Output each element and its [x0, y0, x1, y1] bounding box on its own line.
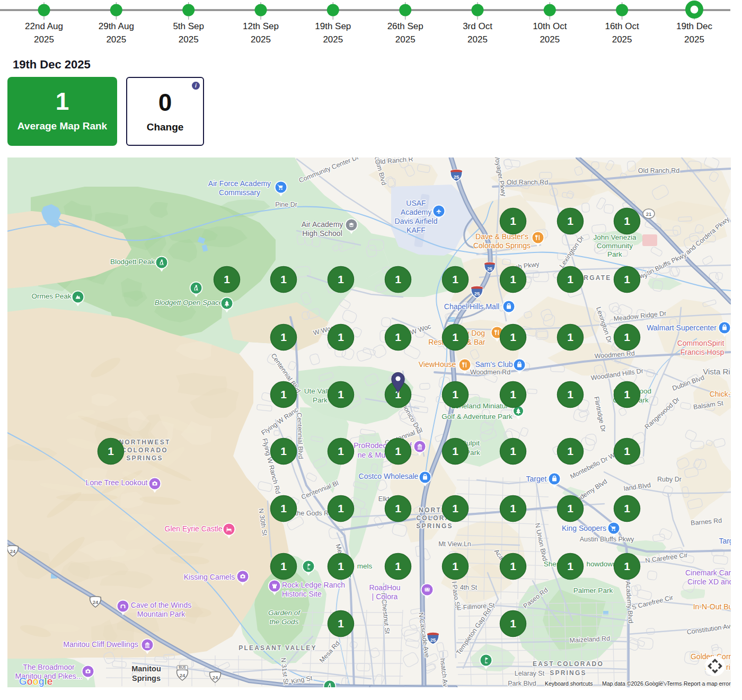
svg-text:mels: mels: [357, 562, 373, 570]
svg-text:1: 1: [108, 445, 114, 457]
svg-text:1: 1: [395, 445, 401, 457]
svg-text:1: 1: [624, 560, 630, 572]
svg-text:CommonSpirit: CommonSpirit: [677, 339, 725, 347]
svg-text:Golf & Adventure Park: Golf & Adventure Park: [441, 413, 513, 421]
svg-text:Rock Ledge Ranch: Rock Ledge Ranch: [282, 581, 345, 589]
svg-text:Palmer Park: Palmer Park: [573, 587, 613, 594]
svg-text:Air Academy: Air Academy: [302, 220, 343, 229]
svg-text:Air Force Academy: Air Force Academy: [208, 179, 271, 188]
svg-text:USAF: USAF: [406, 199, 426, 207]
svg-text:Francis Hosp: Francis Hosp: [681, 348, 725, 356]
svg-text:1: 1: [452, 445, 458, 457]
svg-text:Mountain Park: Mountain Park: [137, 610, 186, 618]
svg-text:1: 1: [280, 445, 287, 457]
svg-text:Old Ranch Rd: Old Ranch Rd: [507, 179, 549, 186]
svg-text:16th Oct: 16th Oct: [605, 21, 639, 31]
svg-text:Old Ranch Rd: Old Ranch Rd: [638, 167, 680, 174]
svg-text:24: 24: [10, 548, 16, 554]
svg-text:l: l: [45, 676, 47, 687]
svg-text:Circle XD and I: Circle XD and I: [687, 578, 731, 586]
svg-text:Lelaray St: Lelaray St: [515, 670, 545, 677]
svg-text:1: 1: [567, 273, 573, 285]
svg-text:25: 25: [430, 637, 436, 643]
svg-text:4th St: 4th St: [460, 584, 478, 591]
svg-text:1: 1: [624, 502, 630, 514]
svg-text:ViewHouse: ViewHouse: [419, 360, 456, 369]
svg-text:5th Sep: 5th Sep: [173, 21, 204, 31]
svg-text:Keyboard shortcuts: Keyboard shortcuts: [545, 680, 593, 687]
svg-text:1: 1: [224, 273, 230, 285]
svg-text:22nd Aug: 22nd Aug: [25, 21, 63, 31]
svg-text:In-N-Out Bu: In-N-Out Bu: [693, 602, 731, 611]
svg-text:SPRINGS: SPRINGS: [416, 522, 453, 530]
svg-text:2025: 2025: [106, 34, 126, 45]
svg-text:1: 1: [510, 617, 516, 629]
svg-text:24: 24: [213, 675, 218, 680]
svg-text:1: 1: [624, 331, 630, 343]
svg-text:Glen Eyrie Castle: Glen Eyrie Castle: [165, 524, 223, 533]
svg-text:10th Oct: 10th Oct: [533, 21, 567, 31]
svg-text:King Soopers: King Soopers: [562, 524, 606, 532]
svg-text:Chick-fi: Chick-fi: [710, 390, 731, 398]
svg-text:Terms: Terms: [667, 680, 682, 687]
svg-text:the Gods: the Gods: [270, 618, 299, 626]
svg-text:24: 24: [180, 672, 186, 678]
svg-text:Mt View Ln: Mt View Ln: [438, 540, 471, 548]
svg-text:2025: 2025: [323, 34, 343, 45]
svg-text:Target: Target: [526, 475, 547, 483]
svg-text:1: 1: [510, 445, 516, 457]
svg-text:25: 25: [454, 174, 460, 180]
svg-text:Colorado Springs: Colorado Springs: [473, 241, 531, 250]
svg-text:howdown: howdown: [586, 560, 616, 568]
svg-text:1: 1: [452, 388, 458, 400]
svg-text:ri: ri: [726, 663, 730, 671]
svg-text:1: 1: [624, 215, 630, 227]
svg-text:1: 1: [338, 617, 344, 629]
svg-text:Cave of the Winds: Cave of the Winds: [131, 601, 191, 609]
svg-text:Vista Ri: Vista Ri: [703, 367, 730, 376]
svg-text:19th Dec: 19th Dec: [676, 21, 713, 31]
svg-text:KAFF: KAFF: [407, 226, 426, 234]
svg-text:Targ: Targ: [719, 537, 731, 545]
svg-text:Austin Bluffs Pkwy: Austin Bluffs Pkwy: [580, 536, 634, 543]
svg-text:12th Sep: 12th Sep: [243, 21, 279, 31]
svg-text:Walmart Supercenter: Walmart Supercenter: [647, 323, 717, 332]
svg-text:Report a map error: Report a map error: [684, 680, 731, 687]
svg-text:1: 1: [452, 273, 458, 285]
svg-text:1: 1: [510, 215, 516, 227]
svg-text:1: 1: [280, 273, 287, 285]
svg-text:Pine Dr: Pine Dr: [275, 201, 297, 208]
svg-text:1: 1: [567, 331, 573, 343]
svg-text:Dave & Buster's: Dave & Buster's: [475, 232, 528, 241]
svg-text:1: 1: [567, 560, 573, 572]
svg-text:BUS: BUS: [179, 666, 186, 669]
svg-text:Sam's Club: Sam's Club: [475, 360, 513, 369]
svg-text:1: 1: [510, 273, 516, 285]
svg-text:1: 1: [338, 560, 344, 572]
svg-text:Commissary: Commissary: [219, 188, 260, 197]
svg-text:2025: 2025: [179, 34, 199, 45]
svg-text:2025: 2025: [467, 34, 488, 45]
svg-text:1: 1: [280, 560, 287, 572]
svg-text:Woodmen Rd: Woodmen Rd: [470, 369, 510, 376]
svg-text:1: 1: [395, 331, 401, 343]
svg-text:G: G: [19, 676, 26, 687]
svg-text:1: 1: [338, 331, 344, 343]
svg-text:o: o: [33, 676, 38, 687]
svg-text:1: 1: [510, 560, 516, 572]
svg-text:g: g: [39, 676, 44, 687]
svg-text:COLORADO: COLORADO: [121, 447, 168, 454]
svg-text:RoadHou: RoadHou: [369, 583, 400, 592]
svg-text:29th Aug: 29th Aug: [99, 21, 134, 31]
svg-text:2025: 2025: [612, 34, 632, 45]
svg-text:Park: Park: [607, 250, 622, 258]
svg-text:1: 1: [624, 273, 630, 285]
svg-text:SPRINGS: SPRINGS: [550, 669, 586, 677]
svg-text:1: 1: [395, 502, 401, 514]
svg-text:Park: Park: [313, 396, 328, 404]
svg-text:Lone Tree Lookout: Lone Tree Lookout: [86, 478, 148, 487]
svg-text:Community: Community: [597, 242, 633, 250]
svg-text:Blodgett Open Space: Blodgett Open Space: [155, 299, 223, 307]
svg-text:Ormes Peak: Ormes Peak: [31, 292, 71, 300]
svg-text:25: 25: [487, 266, 492, 272]
